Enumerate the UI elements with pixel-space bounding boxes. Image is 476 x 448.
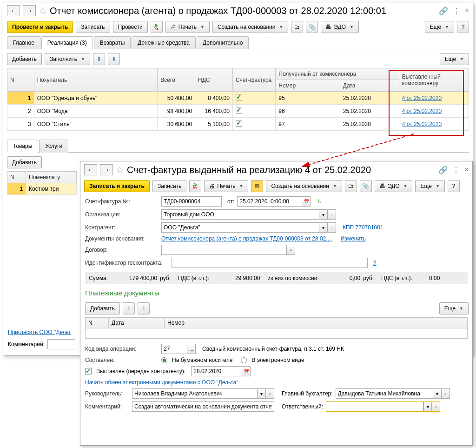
issued-checkbox[interactable]: [85, 368, 92, 374]
post-button[interactable]: Провести: [113, 21, 148, 33]
checkbox-icon[interactable]: [236, 120, 242, 127]
open-icon[interactable]: ▫: [328, 222, 336, 233]
print-button[interactable]: 🖨 Печать▼: [204, 180, 248, 192]
comment-input[interactable]: [132, 401, 274, 412]
pay-more-button[interactable]: Еще▼: [439, 302, 469, 314]
up-icon[interactable]: ⬆: [123, 302, 135, 314]
relations-icon[interactable]: 🗂: [291, 21, 303, 33]
sfno-input[interactable]: [161, 196, 222, 207]
star-icon[interactable]: ☆: [116, 164, 124, 175]
org-input[interactable]: [161, 209, 319, 220]
help-link[interactable]: ?: [373, 260, 377, 266]
ellipsis-icon[interactable]: …: [187, 344, 196, 354]
chevron-down-icon[interactable]: ▾: [319, 209, 328, 220]
nav-fwd[interactable]: →: [100, 164, 113, 175]
table-row[interactable]: 3 ООО "Стиль" 30 600,00 5 100,00 97 25.0…: [7, 118, 469, 131]
edo-button[interactable]: 🖶 ЭДО▼: [321, 21, 359, 33]
tab-main[interactable]: Главное: [7, 36, 40, 49]
issued-link[interactable]: 4 от 25.02.2020: [402, 121, 442, 127]
checkbox-icon[interactable]: [236, 94, 242, 100]
nav-back[interactable]: ←: [7, 5, 20, 16]
comment-input[interactable]: [47, 339, 75, 349]
tab-real[interactable]: Реализация (3): [41, 36, 93, 49]
nav-back[interactable]: ←: [84, 164, 97, 175]
table-row[interactable]: 1 ООО "Одежда и обувь" 50 400,00 8 400,0…: [7, 92, 469, 105]
down-icon[interactable]: ⬇: [108, 53, 120, 65]
nom-grid[interactable]: N Номенклату 1 Костюм три: [7, 171, 77, 195]
tab-money[interactable]: Денежные средства: [132, 36, 196, 49]
opcode-input[interactable]: [161, 344, 187, 354]
chevron-down-icon[interactable]: ▾: [433, 388, 442, 399]
date-input[interactable]: [237, 196, 302, 207]
invite-link[interactable]: Пригласить ООО "Дельт: [8, 329, 71, 335]
create-based-button[interactable]: Создать на основании▼: [212, 21, 288, 33]
close-icon[interactable]: ×: [464, 166, 469, 174]
print-button[interactable]: 🖨 Печать▼: [165, 21, 210, 33]
ctr-input[interactable]: [161, 222, 319, 233]
nom-add-button[interactable]: Добавить: [7, 156, 42, 168]
acc-input[interactable]: [336, 388, 433, 399]
open-icon[interactable]: ▫: [287, 245, 295, 255]
kpp-link[interactable]: КПП 770701001: [343, 224, 383, 231]
issued-date-input[interactable]: [191, 366, 242, 376]
table-row[interactable]: 1 Костюм три: [7, 183, 77, 195]
post-close-button[interactable]: Провести и закрыть: [7, 21, 73, 33]
dtkt-button[interactable]: ДтКт: [151, 21, 163, 33]
resp-input[interactable]: [326, 401, 423, 412]
issued-link[interactable]: 4 от 25.02.2020: [402, 95, 442, 101]
help-icon[interactable]: ?: [448, 180, 460, 192]
head-input[interactable]: [132, 388, 258, 399]
pay-grid[interactable]: N Дата Номер: [85, 317, 468, 339]
checkbox-icon[interactable]: [236, 107, 242, 114]
tab-services[interactable]: Услуги: [39, 140, 68, 153]
calendar-icon[interactable]: 📅: [302, 196, 311, 207]
open-icon[interactable]: ▫: [432, 401, 440, 412]
more-button[interactable]: Еще▼: [415, 180, 444, 192]
radio-paper[interactable]: [161, 357, 167, 363]
tab-returns[interactable]: Возвраты: [94, 36, 131, 49]
add-button[interactable]: Добавить: [7, 53, 42, 65]
buyers-grid[interactable]: N Покупатель Всего НДС Счет-фактура Полу…: [7, 68, 469, 131]
nav-fwd[interactable]: →: [23, 5, 36, 16]
issued-link[interactable]: 4 от 25.02.2020: [402, 108, 442, 114]
dtkt-button[interactable]: ДтКт: [189, 180, 201, 192]
help-icon[interactable]: ?: [457, 21, 469, 33]
save-close-button[interactable]: Записать и закрыть: [84, 180, 150, 192]
table-row[interactable]: 2 ООО "Мода" 98 400,00 16 400,00 96 25.0…: [7, 105, 469, 118]
menu-icon[interactable]: ⋮: [453, 7, 460, 15]
open-icon[interactable]: ▫: [442, 388, 450, 399]
close-icon[interactable]: ×: [465, 7, 469, 15]
edo-button[interactable]: 🖶 ЭДО▼: [375, 180, 413, 192]
attach-icon[interactable]: 📎: [306, 21, 318, 33]
link-icon[interactable]: 🔗: [438, 166, 448, 174]
down-icon[interactable]: ⬇: [138, 302, 150, 314]
more-button[interactable]: Еще▼: [425, 21, 454, 33]
menu-icon[interactable]: ⋮: [452, 166, 460, 174]
chevron-down-icon[interactable]: ▾: [423, 401, 432, 412]
chevron-down-icon[interactable]: ▾: [258, 388, 266, 399]
create-based-button[interactable]: Создать на основании▼: [266, 180, 342, 192]
attach-icon[interactable]: 📎: [360, 180, 372, 192]
save-button[interactable]: Записать: [76, 21, 110, 33]
link-icon[interactable]: 🔗: [439, 7, 448, 15]
tab-extra[interactable]: Дополнительно: [197, 36, 249, 49]
mail-icon[interactable]: ✉: [251, 180, 263, 192]
up-icon[interactable]: ⬆: [93, 53, 105, 65]
pay-add-button[interactable]: Добавить: [85, 302, 120, 314]
open-icon[interactable]: ▫: [266, 388, 274, 399]
star-icon[interactable]: ☆: [39, 5, 47, 16]
calendar-icon[interactable]: 📅: [242, 366, 251, 376]
grid-more-button[interactable]: Еще▼: [440, 53, 469, 65]
contract-input[interactable]: [161, 245, 287, 255]
tab-goods[interactable]: Товары: [7, 140, 38, 153]
basis-link[interactable]: Отчет комиссионера (агента) о продажах Т…: [161, 235, 332, 242]
relations-icon[interactable]: 🗂: [345, 180, 357, 192]
govid-input[interactable]: [172, 258, 368, 268]
edo-start-link[interactable]: Начать обмен электронными документами с …: [85, 379, 238, 386]
save-button[interactable]: Записать: [152, 180, 186, 192]
basis-change[interactable]: Изменить: [341, 235, 366, 242]
open-icon[interactable]: ▫: [328, 209, 336, 220]
radio-electronic[interactable]: [241, 357, 247, 363]
chevron-down-icon[interactable]: ▾: [319, 222, 328, 233]
fill-button[interactable]: Заполнить▼: [45, 53, 90, 65]
